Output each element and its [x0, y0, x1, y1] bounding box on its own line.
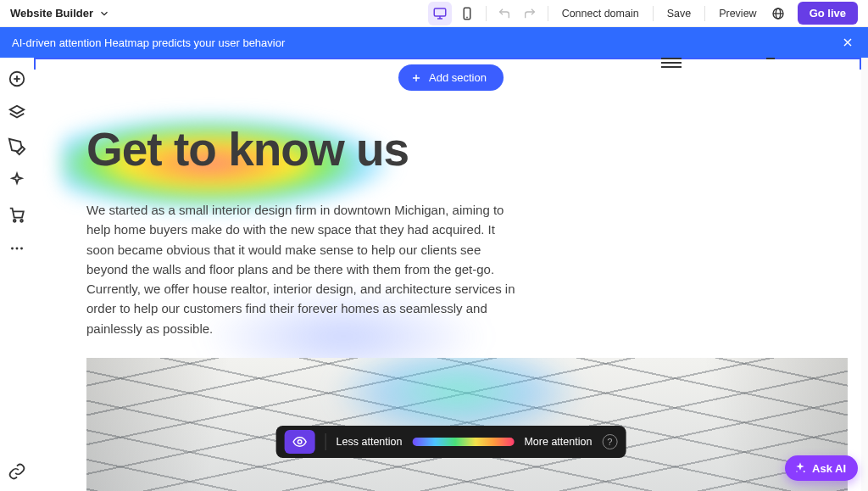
- separator: [548, 6, 548, 21]
- chevron-down-icon: [98, 8, 110, 20]
- more-icon: [8, 239, 26, 258]
- heatmap-legend: Less attention More attention ?: [276, 426, 626, 458]
- add-section-button[interactable]: Add section: [398, 64, 504, 91]
- mobile-view-button[interactable]: [455, 2, 479, 25]
- ask-ai-button[interactable]: Ask AI: [785, 455, 858, 481]
- banner-close-button[interactable]: [839, 34, 856, 51]
- redo-icon: [523, 7, 537, 20]
- go-live-button[interactable]: Go live: [798, 2, 858, 25]
- hamburger-icon: [661, 58, 682, 70]
- separator: [704, 6, 705, 21]
- layers-icon: [8, 103, 26, 122]
- separator: [326, 433, 326, 450]
- app-title: Website Builder: [10, 7, 93, 20]
- page-heading[interactable]: Get to know us: [86, 122, 809, 176]
- sparkle-icon: [793, 461, 807, 475]
- svg-point-18: [20, 248, 23, 250]
- svg-point-15: [20, 220, 23, 222]
- separator: [653, 6, 654, 21]
- app-menu[interactable]: Website Builder: [10, 7, 110, 20]
- plus-icon: [410, 72, 422, 84]
- redo-button[interactable]: [519, 3, 541, 25]
- svg-rect-0: [434, 8, 446, 16]
- link-tool-button[interactable]: [8, 462, 26, 481]
- banner-text: AI-driven attention Heatmap predicts you…: [12, 36, 285, 49]
- svg-point-21: [298, 440, 302, 444]
- menu-icon: [766, 58, 775, 59]
- link-icon: [8, 462, 26, 481]
- undo-button[interactable]: [493, 3, 515, 25]
- legend-more-label: More attention: [524, 436, 592, 448]
- add-section-label: Add section: [429, 71, 487, 84]
- more-button[interactable]: [8, 239, 26, 258]
- sidebar: [0, 58, 34, 491]
- connect-domain-button[interactable]: Connect domain: [555, 4, 646, 23]
- language-button[interactable]: [767, 3, 789, 25]
- svg-marker-13: [10, 106, 25, 114]
- add-element-button[interactable]: [8, 70, 26, 88]
- store-button[interactable]: [8, 205, 26, 224]
- plus-circle-icon: [8, 70, 26, 88]
- save-button[interactable]: Save: [660, 4, 698, 23]
- undo-icon: [498, 7, 511, 20]
- legend-gradient: [412, 438, 514, 446]
- ai-tools-button[interactable]: [8, 171, 26, 190]
- heatmap-toggle-button[interactable]: [285, 430, 315, 454]
- pen-icon: [8, 137, 26, 156]
- canvas: Add section Get to know us We started as…: [34, 58, 868, 491]
- svg-point-22: [804, 471, 805, 472]
- heatmap-banner: AI-driven attention Heatmap predicts you…: [0, 27, 868, 58]
- svg-point-23: [796, 471, 797, 471]
- svg-point-16: [11, 248, 14, 250]
- legend-less-label: Less attention: [337, 436, 403, 448]
- svg-point-14: [14, 220, 16, 222]
- separator: [486, 6, 487, 21]
- preview-button[interactable]: Preview: [712, 4, 763, 23]
- page-paragraph[interactable]: We started as a small interior design fi…: [86, 200, 519, 338]
- design-button[interactable]: [8, 137, 26, 156]
- layers-button[interactable]: [8, 103, 26, 122]
- desktop-icon: [432, 6, 448, 21]
- globe-icon: [771, 7, 785, 20]
- svg-point-17: [16, 248, 19, 250]
- sparkles-icon: [8, 171, 26, 190]
- close-icon: [841, 36, 854, 49]
- legend-help-button[interactable]: ?: [602, 434, 617, 449]
- desktop-view-button[interactable]: [428, 2, 452, 25]
- mobile-icon: [459, 6, 475, 21]
- ask-ai-label: Ask AI: [812, 462, 846, 475]
- eye-icon: [292, 434, 308, 449]
- cart-icon: [8, 205, 26, 224]
- hero-image[interactable]: [86, 358, 848, 491]
